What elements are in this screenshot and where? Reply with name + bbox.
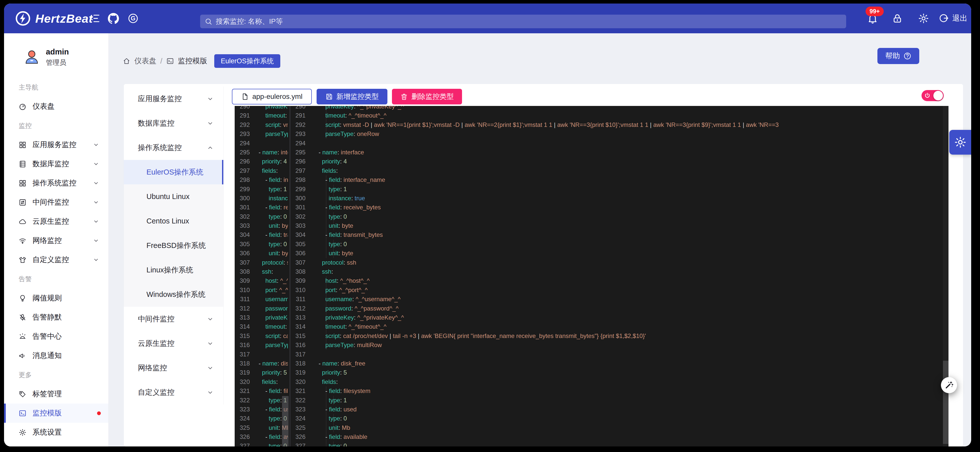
sidebar-item-tshirt[interactable]: 自定义监控 bbox=[4, 250, 108, 269]
code-line[interactable]: 313 privateKey: ^_^privateKey^_^ bbox=[235, 313, 290, 322]
code-line[interactable]: 314 timeout: ^_^timeout^_^ bbox=[235, 322, 290, 331]
code-line[interactable]: 309 host: ^_^host^_^ bbox=[290, 276, 948, 285]
sidebar-item-database[interactable]: 数据库监控 bbox=[4, 154, 108, 174]
code-line[interactable]: 308 ssh: bbox=[290, 267, 948, 276]
code-line[interactable]: 325 unit: Mb bbox=[290, 423, 948, 432]
code-line[interactable]: 316 parseType: multiRow bbox=[235, 340, 290, 350]
category-subitem[interactable]: EulerOS操作系统 bbox=[124, 160, 223, 184]
sidebar-item-os[interactable]: 操作系统监控 bbox=[4, 174, 108, 193]
code-line[interactable]: 318- name: disk_free bbox=[290, 359, 948, 368]
category-item[interactable]: 应用服务监控 bbox=[124, 86, 223, 111]
user-panel[interactable]: admin 管理员 bbox=[23, 48, 69, 67]
diff-original-pane[interactable]: 290 privateKey: ^_^privateKey^_^291 time… bbox=[235, 106, 290, 446]
add-monitor-type-button[interactable]: 新增监控类型 bbox=[317, 89, 387, 104]
breadcrumb-item[interactable]: 仪表盘 bbox=[134, 56, 156, 66]
code-line[interactable]: 312 password: ^_^password^_^ bbox=[235, 304, 290, 313]
editor-scrollbar-thumb[interactable] bbox=[943, 361, 948, 444]
code-line[interactable]: 296 priority: 4 bbox=[235, 157, 290, 166]
code-line[interactable]: 312 password: ^_^password^_^ bbox=[290, 304, 948, 313]
code-line[interactable]: 290 privateKey: ^_^privateKey^_^ bbox=[290, 106, 948, 111]
sidebar-item-wifi[interactable]: 网络监控 bbox=[4, 231, 108, 250]
code-line[interactable]: 293 parseType: oneRow bbox=[290, 129, 948, 139]
code-line[interactable]: 310 port: ^_^port^_^ bbox=[290, 286, 948, 295]
code-line[interactable]: 298 - field: interface_name bbox=[290, 175, 948, 184]
code-line[interactable]: 305 type: 0 bbox=[235, 240, 290, 249]
code-line[interactable]: 311 username: ^_^username^_^ bbox=[235, 295, 290, 304]
category-item[interactable]: 自定义监控 bbox=[124, 380, 223, 404]
code-line[interactable]: 314 timeout: ^_^timeout^_^ bbox=[290, 322, 948, 331]
category-subitem[interactable]: Centos Linux bbox=[124, 209, 223, 233]
sidebar-item-alarm[interactable]: 告警中心 bbox=[4, 327, 108, 346]
sidebar-item-gear[interactable]: 系统设置 bbox=[4, 423, 108, 442]
code-line[interactable]: 311 username: ^_^username^_^ bbox=[290, 295, 948, 304]
settings-drawer-handle[interactable] bbox=[949, 130, 971, 155]
category-item[interactable]: 数据库监控 bbox=[124, 111, 223, 136]
category-item[interactable]: 操作系统监控 bbox=[124, 136, 223, 160]
code-line[interactable]: 294 bbox=[235, 139, 290, 148]
code-line[interactable]: 325 unit: Mb bbox=[235, 423, 290, 432]
code-line[interactable]: 322 type: 1 bbox=[290, 396, 948, 405]
code-line[interactable]: 313 privateKey: ^_^privateKey^_^ bbox=[290, 313, 948, 322]
code-line[interactable]: 306 unit: byte bbox=[290, 249, 948, 258]
power-toggle[interactable] bbox=[921, 90, 944, 101]
code-line[interactable]: 321 - field: filesystem bbox=[290, 387, 948, 396]
code-line[interactable]: 296 priority: 4 bbox=[290, 157, 948, 166]
delete-monitor-type-button[interactable]: 删除监控类型 bbox=[392, 89, 462, 104]
breadcrumb-item[interactable]: 监控模版 bbox=[178, 56, 207, 66]
code-line[interactable]: 308 ssh: bbox=[235, 267, 290, 276]
left-scrollbar-thumb[interactable] bbox=[282, 396, 289, 446]
code-line[interactable]: 307 protocol: ssh bbox=[290, 258, 948, 267]
category-item[interactable]: 中间件监控 bbox=[124, 307, 223, 331]
code-line[interactable]: 303 unit: byte bbox=[235, 221, 290, 230]
code-line[interactable]: 310 port: ^_^port^_^ bbox=[235, 286, 290, 295]
code-line[interactable]: 295- name: interface bbox=[235, 148, 290, 157]
sidebar-item-template[interactable]: 监控模版 bbox=[4, 404, 108, 423]
category-item[interactable]: 云原生监控 bbox=[124, 331, 223, 356]
file-button[interactable]: app-euleros.yml bbox=[232, 89, 312, 104]
settings-gear-icon[interactable] bbox=[918, 13, 929, 24]
category-subitem[interactable]: Windows操作系统 bbox=[124, 282, 223, 307]
code-line[interactable]: 326 - field: available bbox=[235, 432, 290, 441]
code-line[interactable]: 302 type: 0 bbox=[235, 212, 290, 221]
code-line[interactable]: 319 priority: 5 bbox=[290, 368, 948, 377]
code-line[interactable]: 320 fields: bbox=[235, 377, 290, 387]
code-line[interactable]: 301 - field: receive_bytes bbox=[235, 203, 290, 212]
code-line[interactable]: 317 bbox=[235, 350, 290, 359]
code-line[interactable]: 327 type: 0 bbox=[235, 441, 290, 446]
code-line[interactable]: 290 privateKey: ^_^privateKey^_^ bbox=[235, 106, 290, 111]
category-subitem[interactable]: Linux操作系统 bbox=[124, 258, 223, 282]
code-line[interactable]: 302 type: 0 bbox=[290, 212, 948, 221]
sidebar-item-tag[interactable]: 标签管理 bbox=[4, 384, 108, 404]
category-subitem[interactable]: FreeBSD操作系统 bbox=[124, 233, 223, 258]
code-line[interactable]: 319 priority: 5 bbox=[235, 368, 290, 377]
code-line[interactable]: 306 unit: byte bbox=[235, 249, 290, 258]
code-line[interactable]: 316 parseType: multiRow bbox=[290, 340, 948, 350]
github-icon[interactable] bbox=[108, 13, 119, 24]
sidebar-item-megaphone[interactable]: 消息通知 bbox=[4, 346, 108, 365]
code-line[interactable]: 318- name: disk_free bbox=[235, 359, 290, 368]
code-line[interactable]: 304 - field: transmit_bytes bbox=[290, 230, 948, 240]
code-line[interactable]: 315 script: cat /proc/net/dev | tail -n … bbox=[235, 331, 290, 340]
code-line[interactable]: 297 fields: bbox=[290, 166, 948, 175]
sidebar-item-appstore[interactable]: 应用服务监控 bbox=[4, 135, 108, 154]
sidebar-item-bulb[interactable]: 阈值规则 bbox=[4, 289, 108, 308]
code-line[interactable]: 299 type: 1 bbox=[235, 185, 290, 194]
code-line[interactable]: 304 - field: transmit_bytes bbox=[235, 230, 290, 240]
diff-modified-pane[interactable]: 290 privateKey: ^_^privateKey^_^291 time… bbox=[290, 106, 948, 446]
sidebar-item-cloud[interactable]: 云原生监控 bbox=[4, 212, 108, 231]
search-input[interactable]: 搜索监控: 名称、IP等 bbox=[200, 14, 846, 28]
category-subitem[interactable]: Ubuntu Linux bbox=[124, 184, 223, 209]
code-line[interactable]: 292 script: vmstat -D | awk 'NR==1{print… bbox=[235, 120, 290, 129]
code-line[interactable]: 297 fields: bbox=[235, 166, 290, 175]
code-line[interactable]: 298 - field: interface_name bbox=[235, 175, 290, 184]
code-line[interactable]: 294 bbox=[290, 139, 948, 148]
code-line[interactable]: 320 fields: bbox=[290, 377, 948, 387]
code-line[interactable]: 295- name: interface bbox=[290, 148, 948, 157]
sidebar-item-dashboard[interactable]: 仪表盘 bbox=[4, 97, 108, 116]
code-line[interactable]: 299 type: 1 bbox=[290, 185, 948, 194]
code-line[interactable]: 327 type: 0 bbox=[290, 441, 948, 446]
code-line[interactable]: 300 instance: true bbox=[290, 194, 948, 203]
code-line[interactable]: 305 type: 0 bbox=[290, 240, 948, 249]
help-button[interactable]: 帮助 bbox=[877, 48, 919, 64]
code-line[interactable]: 300 instance: true bbox=[235, 194, 290, 203]
